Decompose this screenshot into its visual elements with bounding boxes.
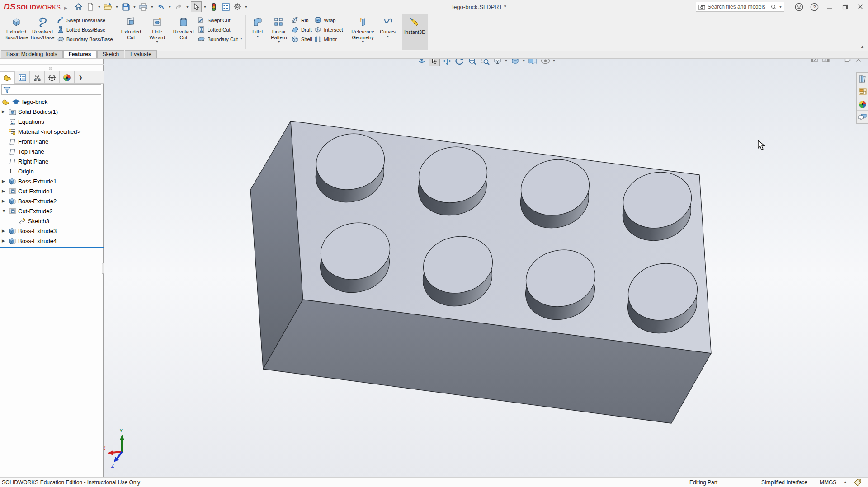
display-style-dropdown[interactable]: ▼ — [522, 59, 526, 62]
status-units-dropdown[interactable]: ▲ — [844, 480, 847, 484]
fm-tab-propertymanager[interactable] — [15, 71, 30, 84]
draft-button[interactable]: Draft — [290, 25, 313, 34]
linear-pattern-button[interactable]: Linear Pattern ▼ — [268, 14, 290, 50]
tab-basic-modeling-tools[interactable]: Basic Modeling Tools — [1, 50, 63, 58]
expand-arrow[interactable]: ▶ — [2, 239, 9, 243]
settings-dropdown[interactable]: ▼ — [244, 1, 249, 12]
tree-item-cut-extrude1[interactable]: ▶Cut-Extrude1 — [0, 186, 104, 196]
save-button[interactable] — [120, 1, 131, 12]
viewport-close-icon[interactable] — [855, 59, 862, 62]
maximize-button[interactable] — [837, 0, 853, 14]
expand-arrow[interactable]: ▶ — [2, 179, 9, 183]
tree-item-material[interactable]: Material <not specified> — [0, 126, 104, 136]
revolved-cut-button[interactable]: Revolved Cut — [170, 14, 197, 50]
save-dropdown[interactable]: ▼ — [132, 1, 137, 12]
tree-item-cut-extrude2[interactable]: ▼Cut-Extrude2 — [0, 206, 104, 216]
redo-button[interactable] — [173, 1, 184, 12]
lego-brick-model[interactable]: Y X Z — [104, 59, 868, 477]
rollback-bar[interactable] — [0, 247, 104, 248]
view-orientation-dropdown[interactable]: ▼ — [505, 59, 508, 62]
tree-item-sketch3[interactable]: Sketch3 — [0, 216, 104, 226]
boundary-cut-button[interactable]: Boundary Cut▼ — [197, 34, 244, 44]
help-icon[interactable]: ? — [807, 0, 822, 14]
boundary-cut-dropdown[interactable]: ▼ — [240, 37, 243, 42]
viewport-minimize-icon[interactable] — [834, 59, 840, 62]
tree-item-boss-extrude4[interactable]: ▶Boss-Extrude4 — [0, 236, 104, 246]
swept-cut-button[interactable]: Swept Cut — [197, 15, 244, 25]
viewport-restore-icon[interactable] — [844, 59, 851, 62]
tree-item-top-plane[interactable]: Top Plane — [0, 146, 104, 156]
extruded-boss-base-button[interactable]: Extruded Boss/Base — [3, 14, 29, 50]
view-orientation-button[interactable] — [492, 59, 503, 66]
minimize-button[interactable] — [822, 0, 837, 14]
rotate-view-button[interactable] — [454, 59, 465, 66]
zoom-to-area-button[interactable] — [479, 59, 491, 66]
curves-button[interactable]: Curves ▼ — [378, 14, 398, 50]
expand-arrow[interactable]: ▶ — [2, 189, 9, 193]
tree-item-equations[interactable]: ΣEquations — [0, 117, 104, 126]
open-button[interactable] — [103, 1, 113, 12]
view-settings-button[interactable] — [540, 59, 551, 66]
print-dropdown[interactable]: ▼ — [150, 1, 155, 12]
hole-wizard-dropdown[interactable]: ▼ — [156, 40, 159, 45]
hide-show-items-button[interactable] — [527, 59, 538, 66]
shell-button[interactable]: Shell — [290, 34, 313, 44]
graphics-viewport[interactable]: Y X Z ▼ ▼ ▼ — [104, 59, 868, 477]
boundary-boss-base-button[interactable]: Boundary Boss/Base — [56, 34, 114, 44]
tree-item-origin[interactable]: Origin — [0, 166, 104, 176]
new-document-button[interactable] — [85, 1, 96, 12]
revolved-boss-base-button[interactable]: Revolved Boss/Base — [29, 14, 56, 50]
lofted-boss-base-button[interactable]: Lofted Boss/Base — [56, 25, 114, 34]
curves-dropdown[interactable]: ▼ — [386, 35, 389, 39]
fm-tab-displaymanager[interactable] — [60, 71, 75, 84]
tree-item-boss-extrude1[interactable]: ▶Boss-Extrude1 — [0, 176, 104, 186]
zoom-to-fit-button[interactable] — [467, 59, 478, 66]
appearances-tab[interactable] — [857, 98, 868, 111]
hole-wizard-button[interactable]: Hole Wizard ▼ — [144, 14, 170, 50]
fillet-button[interactable]: Fillet ▼ — [248, 14, 268, 50]
status-tag-icon[interactable] — [854, 479, 861, 486]
search-icon[interactable] — [771, 4, 777, 10]
mirror-button[interactable]: Mirror — [313, 34, 344, 44]
rib-button[interactable]: Rib — [290, 15, 313, 25]
tree-item-boss-extrude3[interactable]: ▶Boss-Extrude3 — [0, 226, 104, 236]
tab-sketch[interactable]: Sketch — [97, 50, 125, 58]
swept-boss-base-button[interactable]: Swept Boss/Base — [56, 15, 114, 25]
wrap-button[interactable]: abWrap — [313, 15, 344, 25]
reference-geometry-button[interactable]: Reference Geometry ▼ — [348, 14, 378, 50]
linear-pattern-dropdown[interactable]: ▼ — [277, 40, 280, 45]
expand-arrow[interactable]: ▶ — [2, 109, 9, 114]
tree-filter-box[interactable] — [1, 84, 101, 95]
search-dropdown[interactable]: ▼ — [779, 5, 782, 9]
rebuild-button[interactable] — [208, 1, 219, 12]
new-document-dropdown[interactable]: ▼ — [97, 1, 102, 12]
intersect-button[interactable]: Intersect — [313, 25, 344, 34]
lofted-cut-button[interactable]: Lofted Cut — [197, 25, 244, 34]
close-button[interactable] — [853, 0, 868, 14]
design-library-tab[interactable] — [857, 85, 868, 98]
status-units[interactable]: MMGS — [820, 479, 836, 486]
redo-dropdown[interactable]: ▼ — [185, 1, 190, 12]
tab-evaluate[interactable]: Evaluate — [125, 50, 157, 58]
search-box[interactable]: Search files and models ▼ — [696, 2, 784, 12]
print-button[interactable] — [138, 1, 149, 12]
panel-collapse-handle[interactable] — [49, 67, 52, 70]
user-account-icon[interactable] — [791, 0, 807, 14]
reference-geometry-dropdown[interactable]: ▼ — [361, 40, 364, 45]
fm-tab-dimxpertmanager[interactable] — [45, 71, 60, 84]
fillet-dropdown[interactable]: ▼ — [256, 35, 259, 39]
display-style-button[interactable] — [509, 59, 521, 66]
collapse-arrow[interactable]: ▼ — [2, 209, 9, 213]
undo-dropdown[interactable]: ▼ — [167, 1, 172, 12]
fm-tab-configurationmanager[interactable] — [30, 71, 45, 84]
ribbon-collapse-chevron[interactable]: ▲ — [860, 44, 864, 49]
logo-expand-arrow[interactable]: ▶ — [64, 6, 67, 10]
tree-item-front-plane[interactable]: Front Plane — [0, 136, 104, 146]
view-normal-to-button[interactable] — [416, 59, 427, 66]
tree-item-part[interactable]: lego-brick — [0, 97, 104, 107]
tab-features[interactable]: Features — [63, 50, 97, 58]
tree-item-solid-bodies[interactable]: ▶Solid Bodies(1) — [0, 107, 104, 117]
settings-gear-button[interactable] — [232, 1, 243, 12]
open-dropdown[interactable]: ▼ — [114, 1, 119, 12]
options-list-button[interactable] — [220, 1, 231, 12]
